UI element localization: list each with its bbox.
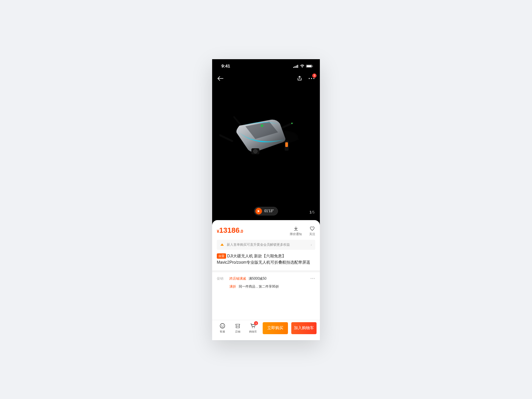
svg-rect-0	[293, 67, 294, 68]
svg-point-21	[221, 325, 222, 326]
svg-rect-6	[313, 66, 313, 67]
wifi-icon	[300, 65, 305, 68]
more-button[interactable]: 3	[308, 75, 315, 82]
favorite-label: 关注	[309, 232, 315, 236]
price-decimal: .0	[239, 229, 243, 234]
price-alert-label: 降价通知	[290, 232, 302, 236]
customer-service-button[interactable]: 客服	[215, 323, 229, 333]
product-hero[interactable]: 9:41	[212, 59, 320, 225]
battery-icon	[306, 65, 313, 68]
svg-rect-2	[296, 66, 297, 68]
product-title-text: DJI大疆无人机 新款【六期免息】Mavic2Pro/zoom专业版无人机可折叠…	[217, 254, 310, 265]
status-indicators	[293, 65, 313, 68]
status-time: 9:41	[221, 64, 230, 68]
product-image	[219, 106, 313, 172]
page-indicator: 1/5	[310, 210, 315, 214]
svg-point-7	[309, 78, 310, 79]
product-price: ¥ 13186 .0	[217, 226, 243, 235]
buy-now-button[interactable]: 立即购买	[263, 322, 288, 334]
promo-more-icon[interactable]: •••	[310, 276, 315, 280]
add-to-cart-button[interactable]: 加入购物车	[291, 322, 317, 334]
more-badge: 3	[312, 73, 317, 78]
cart-badge: 3	[254, 321, 258, 325]
svg-point-16	[261, 124, 263, 127]
svg-point-22	[223, 325, 224, 326]
svg-rect-1	[295, 66, 296, 68]
promo-item: 跨店铺满减 满5000减50	[229, 276, 306, 281]
heart-icon	[310, 226, 315, 231]
price-row: ¥ 13186 .0 降价通知 关注	[212, 225, 320, 240]
svg-point-20	[220, 324, 225, 328]
svg-line-11	[219, 135, 232, 141]
video-duration-pill[interactable]: 01'13''	[254, 207, 278, 215]
cellular-icon	[293, 65, 299, 68]
nav-bar: 3	[212, 70, 320, 84]
customer-service-label: 客服	[220, 330, 225, 333]
svg-point-24	[254, 327, 255, 328]
price-main: 13186	[219, 226, 239, 235]
promo-desc: 满5000减50	[249, 276, 266, 281]
svg-point-23	[252, 327, 253, 328]
shop-label: 店铺	[235, 330, 240, 333]
product-content: ¥ 13186 .0 降价通知 关注	[212, 220, 320, 340]
svg-rect-3	[297, 65, 298, 68]
self-operated-tag: 自营	[217, 253, 226, 259]
cart-label: 购物车	[249, 330, 257, 333]
video-duration: 01'13''	[264, 209, 274, 213]
back-button[interactable]	[217, 75, 224, 82]
svg-rect-5	[307, 65, 312, 67]
status-bar: 9:41	[212, 59, 320, 70]
svg-line-13	[234, 117, 241, 126]
price-currency: ¥	[217, 229, 219, 234]
play-icon	[255, 208, 262, 214]
share-button[interactable]	[296, 75, 303, 82]
price-alert-button[interactable]: 降价通知	[290, 226, 302, 236]
shop-icon	[234, 323, 241, 329]
favorite-button[interactable]: 关注	[309, 226, 315, 236]
member-banner[interactable]: 新人首单购买可直升黄金会员解锁更多权益 ›	[217, 240, 315, 250]
svg-rect-15	[285, 142, 288, 147]
page-current: 1	[310, 210, 312, 214]
shop-button[interactable]: 店铺	[231, 323, 245, 333]
cart-icon: 3	[250, 323, 256, 329]
svg-point-19	[291, 123, 293, 124]
add-to-cart-label: 加入购物车	[294, 325, 314, 331]
chevron-right-icon: ›	[311, 243, 312, 247]
cart-button[interactable]: 3 购物车	[246, 323, 260, 333]
promo-desc: 同一件商品，第二件享95折	[239, 284, 279, 289]
price-alert-icon	[293, 226, 299, 231]
promo-label: 促销	[217, 276, 225, 281]
promo-tag: 满折	[229, 284, 236, 289]
svg-point-18	[253, 149, 257, 153]
svg-point-9	[313, 78, 314, 79]
svg-point-8	[311, 78, 312, 79]
page-total: 5	[313, 210, 315, 214]
bottom-bar: 客服 店铺 3 购物车 立即购买 加入购物车	[212, 320, 320, 340]
customer-service-icon	[219, 323, 226, 329]
phone-frame: 9:41	[212, 59, 320, 340]
member-banner-text: 新人首单购买可直升黄金会员解锁更多权益	[227, 242, 308, 247]
promo-tag: 跨店铺满减	[229, 276, 246, 281]
buy-now-label: 立即购买	[267, 325, 283, 331]
promo-block[interactable]: 促销 跨店铺满减 满5000减50 满折 同一件商品，第二件享95折 •••	[212, 272, 320, 294]
product-title: 自营DJI大疆无人机 新款【六期免息】Mavic2Pro/zoom专业版无人机可…	[217, 253, 315, 266]
promo-item: 满折 同一件商品，第二件享95折	[229, 284, 306, 289]
product-title-block: 自营DJI大疆无人机 新款【六期免息】Mavic2Pro/zoom专业版无人机可…	[212, 253, 320, 272]
member-badge-icon	[220, 243, 224, 247]
